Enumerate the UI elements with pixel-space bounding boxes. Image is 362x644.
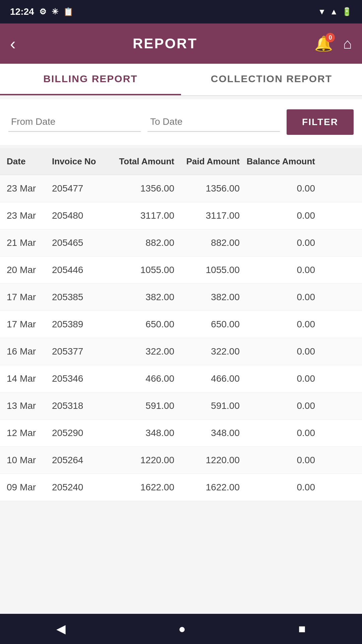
cell-paid: 3117.00 (176, 210, 240, 221)
table-body: 23 Mar 205477 1356.00 1356.00 0.00 23 Ma… (0, 175, 362, 501)
table-row: 13 Mar 205318 591.00 591.00 0.00 (0, 392, 362, 420)
nav-back-button[interactable]: ◀ (50, 619, 72, 639)
clipboard-icon: 📋 (63, 7, 73, 16)
table-row: 23 Mar 205480 3117.00 3117.00 0.00 (0, 202, 362, 229)
cell-invoice: 205385 (52, 292, 106, 303)
table-header: Date Invoice No Total Amount Paid Amount… (0, 148, 362, 175)
cell-total: 1622.00 (107, 482, 174, 493)
cell-balance: 0.00 (241, 319, 315, 330)
cell-date: 17 Mar (7, 292, 50, 303)
filter-button[interactable]: FILTER (287, 109, 354, 135)
cell-date: 09 Mar (7, 482, 50, 493)
cell-paid: 382.00 (176, 292, 240, 303)
nav-recent-button[interactable]: ■ (292, 619, 312, 639)
cell-paid: 1356.00 (176, 183, 240, 194)
cell-balance: 0.00 (241, 373, 315, 384)
cell-balance: 0.00 (241, 346, 315, 357)
col-date: Date (7, 156, 50, 167)
cell-paid: 1220.00 (176, 455, 240, 466)
cell-paid: 322.00 (176, 346, 240, 357)
tab-collection[interactable]: COLLECTION REPORT (181, 64, 362, 95)
cell-invoice: 205446 (52, 265, 106, 275)
cell-paid: 348.00 (176, 428, 240, 438)
page-title: REPORT (133, 36, 197, 52)
cell-date: 14 Mar (7, 373, 50, 384)
status-right: ▼ ▲ 🔋 (318, 7, 352, 16)
cell-invoice: 205240 (52, 482, 106, 493)
cell-date: 16 Mar (7, 346, 50, 357)
nav-home-button[interactable]: ● (172, 619, 192, 639)
cell-paid: 1055.00 (176, 265, 240, 275)
status-bar: 12:24 ⚙ ✳ 📋 ▼ ▲ 🔋 (0, 0, 362, 23)
cell-total: 1220.00 (107, 455, 174, 466)
cell-paid: 650.00 (176, 319, 240, 330)
billing-table: Date Invoice No Total Amount Paid Amount… (0, 148, 362, 501)
table-row: 10 Mar 205264 1220.00 1220.00 0.00 (0, 447, 362, 474)
cell-balance: 0.00 (241, 237, 315, 248)
cell-paid: 466.00 (176, 373, 240, 384)
col-invoice: Invoice No (52, 156, 106, 167)
table-row: 17 Mar 205385 382.00 382.00 0.00 (0, 284, 362, 311)
cell-total: 348.00 (107, 428, 174, 438)
back-button[interactable]: ‹ (10, 34, 16, 53)
cell-balance: 0.00 (241, 183, 315, 194)
col-paid: Paid Amount (176, 156, 240, 167)
cell-balance: 0.00 (241, 482, 315, 493)
cell-date: 23 Mar (7, 183, 50, 194)
cell-total: 466.00 (107, 373, 174, 384)
cell-date: 17 Mar (7, 319, 50, 330)
cell-date: 21 Mar (7, 237, 50, 248)
cell-balance: 0.00 (241, 400, 315, 411)
cell-invoice: 205465 (52, 237, 106, 248)
notification-button[interactable]: 🔔 0 (314, 35, 333, 52)
cell-date: 10 Mar (7, 455, 50, 466)
from-date-input[interactable] (8, 112, 141, 132)
tabs-container: BILLING REPORT COLLECTION REPORT (0, 64, 362, 96)
header-icons: 🔔 0 ⌂ (314, 35, 352, 52)
table-row: 20 Mar 205446 1055.00 1055.00 0.00 (0, 257, 362, 284)
cell-balance: 0.00 (241, 265, 315, 275)
notification-badge: 0 (325, 33, 335, 42)
to-date-input[interactable] (147, 112, 280, 132)
cell-date: 13 Mar (7, 400, 50, 411)
wifi-icon: ▼ (318, 7, 326, 16)
cell-balance: 0.00 (241, 455, 315, 466)
cell-paid: 882.00 (176, 237, 240, 248)
brightness-icon: ✳ (52, 7, 58, 16)
home-icon[interactable]: ⌂ (343, 35, 352, 52)
cell-date: 20 Mar (7, 265, 50, 275)
cell-balance: 0.00 (241, 210, 315, 221)
col-total: Total Amount (107, 156, 174, 167)
cell-balance: 0.00 (241, 428, 315, 438)
cell-invoice: 205477 (52, 183, 106, 194)
cell-total: 1055.00 (107, 265, 174, 275)
cell-total: 322.00 (107, 346, 174, 357)
cell-invoice: 205318 (52, 400, 106, 411)
cell-invoice: 205377 (52, 346, 106, 357)
bottom-navigation: ◀ ● ■ (0, 614, 362, 644)
cell-invoice: 205290 (52, 428, 106, 438)
cell-total: 3117.00 (107, 210, 174, 221)
cell-date: 23 Mar (7, 210, 50, 221)
table-row: 17 Mar 205389 650.00 650.00 0.00 (0, 311, 362, 338)
cell-invoice: 205264 (52, 455, 106, 466)
cell-total: 591.00 (107, 400, 174, 411)
cell-total: 382.00 (107, 292, 174, 303)
settings-icon: ⚙ (39, 7, 47, 16)
col-balance: Balance Amount (241, 156, 315, 167)
filter-section: FILTER (0, 99, 362, 145)
table-row: 16 Mar 205377 322.00 322.00 0.00 (0, 338, 362, 365)
table-row: 09 Mar 205240 1622.00 1622.00 0.00 (0, 474, 362, 501)
table-row: 21 Mar 205465 882.00 882.00 0.00 (0, 229, 362, 257)
cell-total: 882.00 (107, 237, 174, 248)
cell-invoice: 205389 (52, 319, 106, 330)
cell-total: 650.00 (107, 319, 174, 330)
tab-billing[interactable]: BILLING REPORT (0, 64, 181, 95)
cell-date: 12 Mar (7, 428, 50, 438)
signal-icon: ▲ (330, 7, 338, 16)
status-time: 12:24 (10, 6, 34, 17)
cell-paid: 591.00 (176, 400, 240, 411)
table-row: 23 Mar 205477 1356.00 1356.00 0.00 (0, 175, 362, 202)
cell-invoice: 205346 (52, 373, 106, 384)
table-row: 12 Mar 205290 348.00 348.00 0.00 (0, 420, 362, 447)
